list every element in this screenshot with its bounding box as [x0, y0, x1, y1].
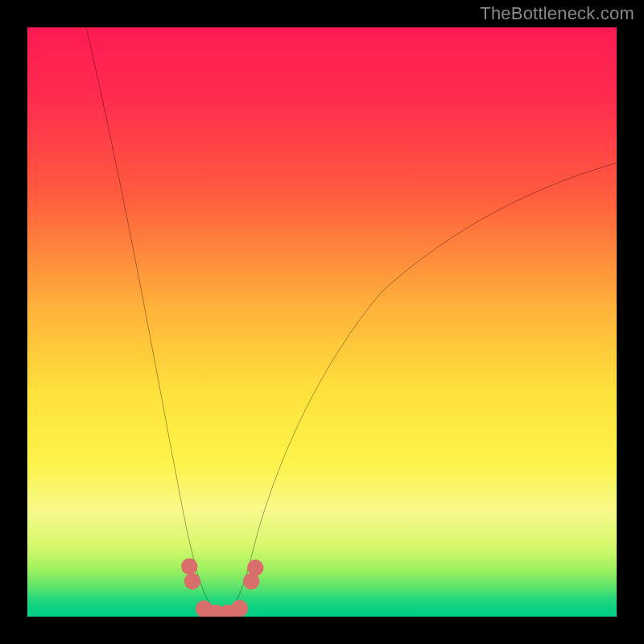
marker-dot [247, 559, 263, 576]
chart-container: TheBottleneck.com [0, 0, 644, 644]
marker-dot [181, 559, 197, 575]
watermark-label: TheBottleneck.com [480, 3, 634, 24]
marker-dot [184, 573, 200, 589]
plot-area [27, 27, 617, 617]
marker-dot [231, 600, 248, 617]
highlight-markers [27, 27, 617, 617]
